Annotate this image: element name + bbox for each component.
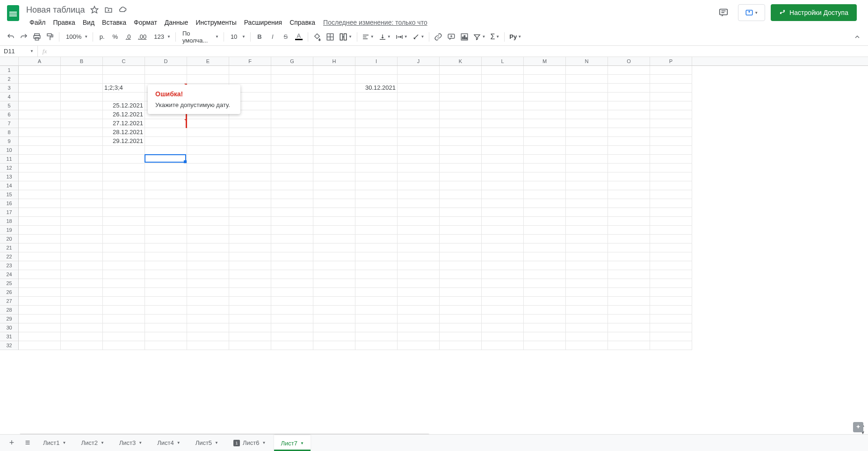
cell[interactable] (61, 119, 103, 128)
cell[interactable] (229, 261, 271, 270)
cell[interactable] (398, 93, 440, 101)
cell[interactable] (524, 84, 566, 93)
cell[interactable] (650, 243, 692, 252)
cell[interactable] (482, 164, 524, 172)
cell[interactable] (524, 164, 566, 172)
cell[interactable] (229, 315, 271, 323)
cell[interactable] (271, 199, 313, 208)
cell[interactable] (145, 155, 187, 164)
cell[interactable] (440, 119, 482, 128)
cell[interactable] (650, 217, 692, 226)
cell[interactable] (61, 235, 103, 243)
cell[interactable] (608, 110, 650, 119)
cell[interactable] (19, 226, 61, 235)
cell[interactable] (313, 208, 355, 217)
cell[interactable] (187, 279, 229, 288)
cell[interactable] (313, 270, 355, 279)
cell[interactable] (313, 252, 355, 261)
cell[interactable] (608, 226, 650, 235)
cell[interactable] (271, 279, 313, 288)
cell[interactable] (229, 164, 271, 172)
cell[interactable] (566, 252, 608, 261)
cell[interactable] (271, 181, 313, 190)
cell[interactable] (566, 146, 608, 155)
cell[interactable] (229, 279, 271, 288)
cell[interactable] (524, 93, 566, 101)
cell[interactable] (608, 252, 650, 261)
cell[interactable] (271, 172, 313, 181)
row-header[interactable]: 22 (0, 252, 18, 261)
comments-icon[interactable] (715, 4, 732, 21)
cell[interactable] (229, 243, 271, 252)
cell[interactable] (524, 323, 566, 332)
cell[interactable] (19, 172, 61, 181)
cell[interactable] (103, 332, 145, 341)
cell[interactable] (271, 93, 313, 101)
cell[interactable] (355, 101, 398, 110)
cell[interactable] (187, 66, 229, 75)
row-header[interactable]: 21 (0, 243, 18, 252)
cell[interactable] (524, 137, 566, 146)
cell[interactable] (145, 217, 187, 226)
cell[interactable] (145, 66, 187, 75)
cell[interactable] (313, 75, 355, 84)
cell[interactable] (398, 226, 440, 235)
print-button[interactable] (31, 31, 43, 43)
cell[interactable] (19, 164, 61, 172)
cell[interactable] (608, 261, 650, 270)
cell[interactable] (145, 172, 187, 181)
cell[interactable] (103, 172, 145, 181)
paint-format-button[interactable] (44, 31, 56, 43)
cell[interactable] (566, 279, 608, 288)
row-header[interactable]: 27 (0, 297, 18, 306)
cell[interactable] (271, 261, 313, 270)
cell[interactable] (61, 332, 103, 341)
sheets-logo[interactable] (4, 4, 22, 22)
column-header[interactable]: I (355, 57, 398, 65)
cell[interactable] (440, 279, 482, 288)
cell[interactable] (608, 235, 650, 243)
cell[interactable] (355, 288, 398, 297)
cell[interactable] (566, 332, 608, 341)
cell[interactable] (355, 164, 398, 172)
cell[interactable] (103, 323, 145, 332)
cell[interactable] (271, 119, 313, 128)
cell[interactable] (61, 190, 103, 199)
cell[interactable] (566, 93, 608, 101)
cell[interactable] (524, 66, 566, 75)
cell[interactable] (187, 341, 229, 350)
cell[interactable] (650, 66, 692, 75)
cell[interactable] (482, 137, 524, 146)
cell[interactable] (61, 226, 103, 235)
cell[interactable] (103, 66, 145, 75)
cell[interactable] (145, 119, 187, 128)
cell[interactable] (398, 288, 440, 297)
cell[interactable] (355, 252, 398, 261)
cell[interactable] (19, 137, 61, 146)
cell[interactable] (398, 190, 440, 199)
cell[interactable] (19, 128, 61, 137)
cell[interactable] (650, 261, 692, 270)
cell[interactable] (61, 155, 103, 164)
cell[interactable] (608, 288, 650, 297)
row-header[interactable]: 4 (0, 93, 18, 101)
cell[interactable] (61, 252, 103, 261)
cell[interactable] (566, 297, 608, 306)
cell[interactable] (355, 261, 398, 270)
cell[interactable] (313, 164, 355, 172)
cloud-icon[interactable] (118, 5, 127, 14)
cell[interactable] (398, 128, 440, 137)
filter-button[interactable]: ▼ (471, 31, 487, 43)
cell[interactable] (566, 119, 608, 128)
cell[interactable] (440, 315, 482, 323)
cell[interactable] (650, 101, 692, 110)
cell[interactable] (482, 279, 524, 288)
cell[interactable] (271, 315, 313, 323)
cell[interactable] (61, 288, 103, 297)
cell[interactable] (566, 306, 608, 315)
sheet-tab[interactable]: Лист2▼ (74, 435, 110, 451)
row-header[interactable]: 1 (0, 66, 18, 75)
cell[interactable] (19, 66, 61, 75)
row-header[interactable]: 6 (0, 110, 18, 119)
cell[interactable] (187, 261, 229, 270)
